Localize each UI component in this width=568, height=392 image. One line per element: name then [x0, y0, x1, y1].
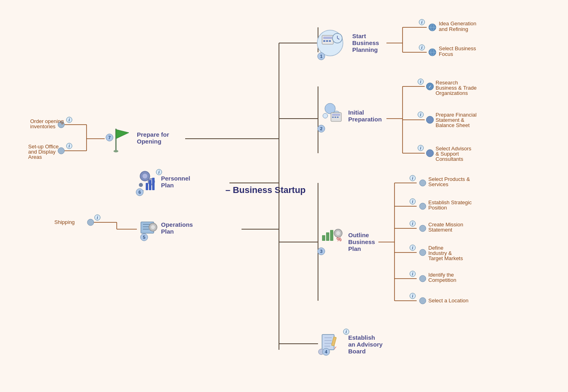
b2-c3-info-t: i — [420, 146, 421, 150]
b3-c6-icon — [419, 298, 426, 304]
b7-c1-label2: inventories — [30, 123, 56, 129]
b2-c2-icon — [426, 116, 434, 123]
b3-c4-label3: Target Markets — [428, 255, 463, 261]
b6-label: Personnel — [161, 175, 190, 182]
b1-label: Start — [352, 33, 366, 39]
b3-gear-inner — [336, 231, 340, 235]
b3-c6-label: Select a Location — [428, 298, 469, 304]
b5-label2: Plan — [161, 228, 174, 235]
b2-label: Initial — [348, 109, 364, 116]
b1-label3: Planning — [352, 46, 378, 53]
b1-label2: Business — [352, 39, 379, 46]
b5-c1-info-t: i — [97, 215, 98, 220]
b3-bar1 — [322, 235, 325, 241]
b6-bar3 — [152, 178, 155, 190]
b3-c1-info-t: i — [412, 176, 413, 181]
b3-c5-info-t: i — [412, 272, 413, 276]
b7-c2-label3: Areas — [28, 154, 42, 160]
b5-num: 5 — [143, 235, 145, 240]
b7-num: 7 — [108, 135, 111, 140]
b1-c2-label2: Focus — [439, 51, 453, 57]
center-label: – Business Startup — [225, 185, 306, 195]
b1-c1-label: Idea Generation — [439, 21, 476, 27]
b1-c2-label: Select Business — [439, 45, 476, 51]
b2-label2: Preparation — [348, 116, 382, 123]
b5-c1-icon — [87, 219, 94, 226]
b7-flagbase — [114, 150, 118, 152]
b7-label: Prepare for — [137, 131, 169, 138]
b3-c2-icon — [419, 203, 426, 209]
b1-key3 — [329, 40, 331, 42]
b6-bar1 — [146, 183, 148, 190]
b7-c2-info-t: i — [69, 144, 70, 148]
b3-c2-label2: Position — [428, 205, 447, 211]
b3-c6-info-t: i — [412, 294, 413, 298]
b3-c3-icon — [419, 225, 426, 232]
b2-c3-icon — [426, 150, 434, 157]
b5-gear-inner — [151, 225, 155, 229]
b6-num: 6 — [138, 190, 141, 195]
b3-pct: % — [337, 236, 342, 242]
b3-c4-info-t: i — [412, 246, 413, 250]
b6-bar2 — [149, 180, 151, 190]
b6-info-t: i — [159, 170, 160, 174]
b3-c3-info-t: i — [412, 222, 413, 226]
b3-label2: Business — [348, 238, 375, 245]
b3-c3-label2: Statement — [428, 227, 452, 233]
b7-c1-info-t: i — [69, 118, 70, 122]
b2-c2-label3: Balance Sheet — [436, 122, 470, 128]
b3-c1-label2: Services — [428, 181, 448, 187]
b7-c2-icon — [58, 148, 64, 154]
b3-bar2 — [326, 232, 329, 241]
b5-c1-label: Shipping — [54, 219, 75, 225]
b2-bubble3 — [323, 113, 328, 118]
b2-key3 — [337, 117, 339, 118]
b7-label2: Opening — [137, 138, 161, 145]
b1-calc-screen — [323, 37, 332, 39]
b6-person1-head — [139, 183, 143, 187]
b2-key2 — [335, 117, 336, 118]
b3-num: 3 — [320, 249, 322, 254]
b1-c1-label2: and Refining — [439, 26, 468, 32]
b1-key1 — [323, 40, 325, 42]
b4-num: 4 — [325, 349, 328, 354]
b2-c1-info-t: i — [420, 80, 421, 84]
b1-c1-info: i — [421, 20, 423, 25]
b3-label3: Plan — [348, 245, 361, 252]
b3-c5-label2: Competition — [428, 277, 456, 283]
b2-c3-label3: Consultants — [436, 156, 463, 162]
b4-label3: Board — [348, 348, 366, 355]
mindmap-svg: – Business Startup 1 Start Business Plan… — [0, 0, 568, 392]
b3-c2-info-t: i — [412, 199, 413, 204]
b5-label: Operations — [161, 221, 193, 228]
b1-c2-info: i — [421, 45, 423, 50]
b2-c1-label3: Organizations — [436, 90, 468, 96]
b2-calc-screen — [332, 114, 340, 116]
b4-label2: an Advisory — [348, 341, 383, 348]
b1-num: 1 — [320, 54, 322, 59]
b3-label: Outline — [348, 232, 369, 238]
b3-bar3 — [330, 230, 333, 241]
b3-c4-icon — [419, 249, 426, 256]
b1-key2 — [326, 40, 328, 42]
b2-c1-check: ✓ — [428, 84, 432, 89]
b3-c1-icon — [419, 180, 426, 186]
b4-label: Establish — [348, 334, 375, 341]
b4-info-t: i — [346, 330, 347, 334]
b2-num: 2 — [320, 126, 322, 131]
b6-gear1-inner — [143, 174, 147, 179]
background — [0, 0, 568, 392]
b3-c5-icon — [419, 275, 426, 282]
b2-c2-info-t: i — [420, 113, 421, 117]
b6-label2: Plan — [161, 182, 174, 189]
b2-key1 — [332, 117, 334, 118]
